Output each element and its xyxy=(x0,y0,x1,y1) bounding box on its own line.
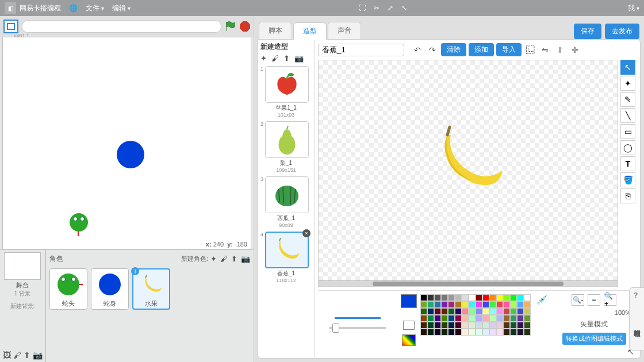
palette-swatch[interactable] xyxy=(455,301,462,308)
edit-menu[interactable]: 编辑 xyxy=(112,3,131,13)
palette-swatch[interactable] xyxy=(496,322,503,329)
rect-tool-icon[interactable]: ▭ xyxy=(620,124,635,139)
file-menu[interactable]: 文件 xyxy=(86,3,104,13)
line-tool-icon[interactable]: ╲ xyxy=(620,108,635,123)
palette-swatch[interactable] xyxy=(434,322,441,329)
palette-swatch[interactable] xyxy=(441,322,448,329)
palette-swatch[interactable] xyxy=(420,294,427,301)
center-icon[interactable]: ✛ xyxy=(569,44,581,56)
palette-swatch[interactable] xyxy=(462,294,469,301)
project-name-input[interactable] xyxy=(22,20,221,33)
costume-item-banana[interactable]: 4 × 香蕉_1 118x112 xyxy=(260,232,312,283)
palette-swatch[interactable] xyxy=(441,329,448,336)
stage-canvas[interactable]: x: 240 y: -180 xyxy=(2,37,251,249)
palette-swatch[interactable] xyxy=(434,329,441,336)
sprite-paint-icon[interactable]: 🖌 xyxy=(220,255,228,263)
palette-swatch[interactable] xyxy=(420,308,427,315)
palette-swatch[interactable] xyxy=(434,294,441,301)
palette-swatch[interactable] xyxy=(462,308,469,315)
palette-swatch[interactable] xyxy=(482,308,489,315)
palette-swatch[interactable] xyxy=(448,329,455,336)
palette-swatch[interactable] xyxy=(469,322,476,329)
palette-swatch[interactable] xyxy=(517,329,524,336)
palette-swatch[interactable] xyxy=(455,315,462,322)
import-button[interactable]: 导入 xyxy=(496,43,522,56)
palette-swatch[interactable] xyxy=(482,315,489,322)
zoom-reset-icon[interactable]: = xyxy=(588,294,600,306)
palette-swatch[interactable] xyxy=(517,308,524,315)
flip-v-icon[interactable]: ⥯ xyxy=(554,44,566,56)
palette-swatch[interactable] xyxy=(455,294,462,301)
palette-swatch[interactable] xyxy=(489,301,496,308)
undo-icon[interactable]: ↶ xyxy=(411,44,424,56)
tab-scripts[interactable]: 脚本 xyxy=(259,22,292,39)
palette-swatch[interactable] xyxy=(524,294,531,301)
eyedropper-icon[interactable]: 💉 xyxy=(536,294,548,305)
crop-icon[interactable]: ⿺ xyxy=(524,44,536,56)
palette-swatch[interactable] xyxy=(482,329,489,336)
save-button[interactable]: 保存 xyxy=(574,24,601,39)
paint-canvas[interactable] xyxy=(318,60,618,287)
costume-name-input[interactable] xyxy=(318,44,404,56)
palette-swatch[interactable] xyxy=(489,308,496,315)
palette-swatch[interactable] xyxy=(462,322,469,329)
backdrop-upload-icon[interactable]: ⬆ xyxy=(24,351,30,360)
zoom-out-icon[interactable]: 🔍- xyxy=(572,294,584,306)
palette-swatch[interactable] xyxy=(517,294,524,301)
green-flag-icon[interactable] xyxy=(225,21,236,32)
current-fill-color[interactable] xyxy=(401,294,417,308)
palette-swatch[interactable] xyxy=(510,301,517,308)
palette-swatch[interactable] xyxy=(420,322,427,329)
palette-swatch[interactable] xyxy=(524,315,531,322)
redo-icon[interactable]: ↷ xyxy=(426,44,439,56)
clear-button[interactable]: 清除 xyxy=(441,43,466,56)
palette-swatch[interactable] xyxy=(489,322,496,329)
palette-swatch[interactable] xyxy=(469,308,476,315)
backdrop-camera-icon[interactable]: 📷 xyxy=(33,351,43,360)
palette-swatch[interactable] xyxy=(476,308,482,315)
flip-h-icon[interactable]: ⇋ xyxy=(539,44,551,56)
sprite-upload-icon[interactable]: ⬆ xyxy=(231,255,237,263)
grow-tool-icon[interactable]: ⤢ xyxy=(388,4,393,12)
canvas-scrollbar[interactable] xyxy=(319,280,618,286)
palette-swatch[interactable] xyxy=(448,294,455,301)
palette-swatch[interactable] xyxy=(524,322,531,329)
costume-item-pear[interactable]: 2 梨_1 109x151 xyxy=(260,121,312,173)
palette-swatch[interactable] xyxy=(441,301,448,308)
convert-mode-button[interactable]: 转换成位图编辑模式 xyxy=(562,333,626,345)
select-tool-icon[interactable]: ↖ xyxy=(620,60,635,75)
palette-swatch[interactable] xyxy=(510,322,517,329)
color-palette[interactable] xyxy=(420,294,531,336)
palette-swatch[interactable] xyxy=(448,315,455,322)
palette-swatch[interactable] xyxy=(503,301,510,308)
text-tool-icon[interactable]: T xyxy=(620,156,635,171)
palette-swatch[interactable] xyxy=(427,329,434,336)
duplicate-tool-icon[interactable]: ⎘ xyxy=(620,188,635,203)
palette-swatch[interactable] xyxy=(448,301,455,308)
add-button[interactable]: 添加 xyxy=(469,43,494,56)
palette-swatch[interactable] xyxy=(441,308,448,315)
sprite-library-icon[interactable]: ✦ xyxy=(210,255,217,263)
palette-swatch[interactable] xyxy=(441,315,448,322)
palette-swatch[interactable] xyxy=(524,329,531,336)
stage-thumbnail[interactable] xyxy=(4,252,41,280)
palette-swatch[interactable] xyxy=(420,301,427,308)
palette-swatch[interactable] xyxy=(462,315,469,322)
palette-swatch[interactable] xyxy=(469,329,476,336)
palette-swatch[interactable] xyxy=(434,315,441,322)
costume-library-icon[interactable]: ✦ xyxy=(260,54,267,63)
palette-swatch[interactable] xyxy=(448,322,455,329)
stage-sprite-snake-head[interactable] xyxy=(70,213,88,232)
palette-swatch[interactable] xyxy=(448,308,455,315)
palette-swatch[interactable] xyxy=(420,329,427,336)
palette-swatch[interactable] xyxy=(524,308,531,315)
reshape-tool-icon[interactable]: ✦ xyxy=(620,76,635,91)
palette-swatch[interactable] xyxy=(427,294,434,301)
palette-swatch[interactable] xyxy=(496,315,503,322)
palette-swatch[interactable] xyxy=(455,308,462,315)
palette-swatch[interactable] xyxy=(510,329,517,336)
palette-swatch[interactable] xyxy=(476,322,482,329)
pencil-tool-icon[interactable]: ✎ xyxy=(620,92,635,107)
palette-swatch[interactable] xyxy=(510,294,517,301)
palette-swatch[interactable] xyxy=(503,308,510,315)
